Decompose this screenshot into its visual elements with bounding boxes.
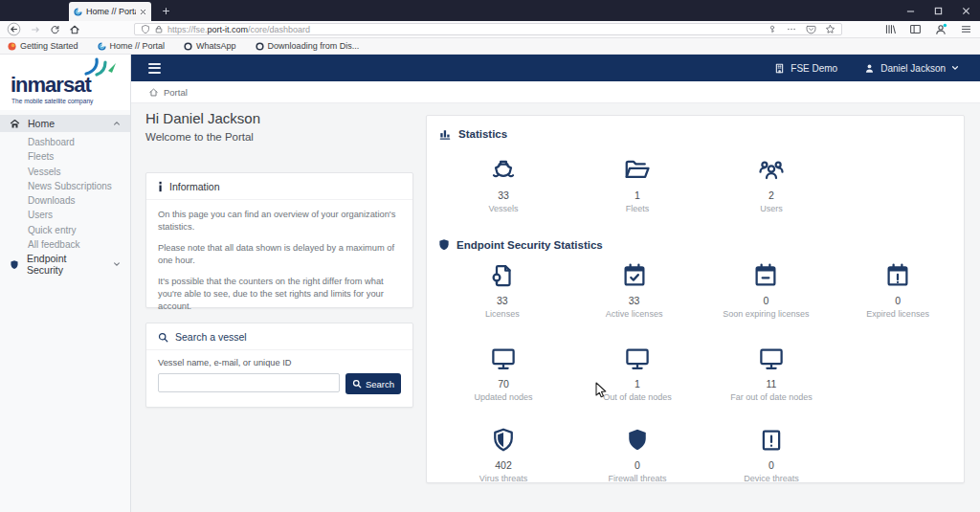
sidebar-item-home[interactable]: Home <box>0 115 130 132</box>
sidebar-item-fleets[interactable]: Fleets <box>28 149 130 164</box>
vessel-search-card: Search a vessel Vessel name, e-mail, or … <box>145 323 413 408</box>
page-actions <box>768 24 835 34</box>
user-icon <box>864 63 875 74</box>
vessel-search-label: Vessel name, e-mail, or unique ID <box>158 358 401 367</box>
menu-icon[interactable] <box>960 23 972 35</box>
sidebar-item-dashboard[interactable]: Dashboard <box>28 135 130 149</box>
license-icon <box>488 261 517 290</box>
library-icon[interactable] <box>884 23 897 35</box>
stat-users: 2 Users <box>704 155 838 213</box>
information-card: Information On this page you can find an… <box>145 172 413 308</box>
bookmark-home-portal[interactable]: Home // Portal <box>98 41 166 51</box>
account-icon[interactable] <box>934 23 947 36</box>
maximize-icon[interactable] <box>934 7 943 15</box>
sidebar-collapse-button[interactable] <box>148 63 161 74</box>
stat-device-threats: 0 Device threats <box>704 425 838 483</box>
tab-title: Home // Portal <box>86 7 136 16</box>
endpoint-statistics-header: Endpoint Security Statistics <box>427 227 964 251</box>
breadcrumb-portal[interactable]: Portal <box>164 87 188 98</box>
stats-row-threats: 402 Virus threats 0 Firewall threats 0 <box>427 425 964 483</box>
search-icon <box>158 332 168 343</box>
sidebar-item-quick-entry[interactable]: Quick entry <box>28 223 130 237</box>
info-paragraph: It's possible that the counters on the r… <box>158 276 401 313</box>
home-button[interactable] <box>69 24 80 35</box>
page-actions-icon[interactable] <box>786 24 797 34</box>
organization-label: FSE Demo <box>791 63 837 74</box>
organization-menu[interactable]: FSE Demo <box>774 63 837 74</box>
stat-updated-nodes: 70 Updated nodes <box>436 344 570 402</box>
sidebar-item-all-feedback[interactable]: All feedback <box>28 237 130 252</box>
bookmark-downloading[interactable]: Downloading from Dis... <box>256 41 360 51</box>
tracking-protection-icon[interactable] <box>141 24 150 34</box>
key-icon[interactable] <box>768 24 777 34</box>
monitor-icon <box>489 345 518 373</box>
page-subtitle: Welcome to the Portal <box>145 131 254 143</box>
app-navbar: FSE Demo Daniel Jackson <box>131 55 980 81</box>
sidebar-item-downloads[interactable]: Downloads <box>28 193 130 208</box>
chevron-up-icon <box>113 120 121 127</box>
portal-favicon-icon <box>98 42 106 51</box>
home-icon <box>10 119 20 129</box>
bookmark-star-icon[interactable] <box>825 24 835 34</box>
sidebar-home-label: Home <box>28 118 55 129</box>
mouse-cursor <box>595 382 609 399</box>
search-icon <box>352 379 362 389</box>
page-greeting: Hi Daniel Jackson <box>145 110 260 126</box>
device-exclamation-icon <box>757 426 786 455</box>
bookmark-whatsapp[interactable]: WhatsApp <box>184 41 236 51</box>
new-tab-button[interactable] <box>159 4 172 17</box>
titlebar: Home // Portal <box>0 0 980 21</box>
tab-close-icon[interactable] <box>140 9 146 15</box>
stat-vessels: 33 Vessels <box>436 155 570 213</box>
download-site-icon <box>256 42 264 51</box>
info-icon <box>158 181 163 192</box>
info-paragraph: On this page you can find an overview of… <box>158 209 401 234</box>
vessel-search-input[interactable] <box>158 373 340 392</box>
browser-toolbar: https://fse.port-it.com/core/dashboard <box>0 21 980 38</box>
sidebar-home-submenu: Dashboard Fleets Vessels News Subscripti… <box>0 135 130 252</box>
sidebar-item-news-subscriptions[interactable]: News Subscriptions <box>28 179 130 193</box>
sidebar-toggle-icon[interactable] <box>909 23 922 35</box>
close-icon[interactable] <box>962 7 970 15</box>
ship-icon <box>489 156 518 185</box>
toolbar-right <box>884 22 972 36</box>
lock-icon[interactable] <box>154 24 164 34</box>
pocket-icon[interactable] <box>806 24 816 34</box>
tab-favicon-icon <box>74 8 82 16</box>
sidebar-item-endpoint-security[interactable]: Endpoint Security <box>0 256 130 273</box>
search-button[interactable]: Search <box>345 373 401 394</box>
chevron-down-icon <box>951 64 959 72</box>
refresh-button[interactable] <box>50 24 60 34</box>
monitor-icon <box>757 345 786 373</box>
vessel-search-header: Search a vessel <box>146 323 412 350</box>
folder-open-icon <box>623 156 652 185</box>
shield-icon <box>438 238 450 251</box>
sidebar: Home Dashboard Fleets Vessels News Subsc… <box>0 110 131 512</box>
forward-button[interactable] <box>30 24 41 35</box>
sidebar-item-users[interactable]: Users <box>28 208 130 222</box>
chevron-down-icon <box>113 260 121 268</box>
calendar-check-icon <box>620 261 649 290</box>
stat-expired-licenses: 0 Expired licenses <box>832 260 964 319</box>
bookmark-getting-started[interactable]: Getting Started <box>8 41 78 51</box>
stats-row-nodes: 70 Updated nodes 1 Out of date nodes <box>427 344 964 402</box>
building-icon <box>774 63 785 74</box>
url-bar[interactable]: https://fse.port-it.com/core/dashboard <box>134 23 842 35</box>
stat-soon-expiring-licenses: 0 Soon expiring licenses <box>701 260 833 319</box>
logo-wordmark: inmarsat <box>11 73 91 98</box>
minimize-icon[interactable] <box>906 7 915 15</box>
back-button[interactable] <box>7 22 21 36</box>
user-menu[interactable]: Daniel Jackson <box>864 63 959 74</box>
info-paragraph: Please note that all data shown is delay… <box>158 242 401 267</box>
inmarsat-logo: inmarsat The mobile satellite company <box>0 55 131 110</box>
sidebar-item-vessels[interactable]: Vessels <box>28 165 130 179</box>
logo-tagline: The mobile satellite company <box>11 98 93 104</box>
stat-active-licenses: 33 Active licenses <box>568 260 701 319</box>
browser-tab[interactable]: Home // Portal <box>69 2 151 21</box>
bar-chart-icon <box>438 127 452 140</box>
stat-licenses: 33 Licenses <box>436 260 568 319</box>
information-card-header: Information <box>146 173 412 200</box>
calendar-exclamation-icon <box>883 261 912 290</box>
url-text: https://fse.port-it.com/core/dashboard <box>167 25 764 34</box>
statistics-header: Statistics <box>427 116 964 140</box>
